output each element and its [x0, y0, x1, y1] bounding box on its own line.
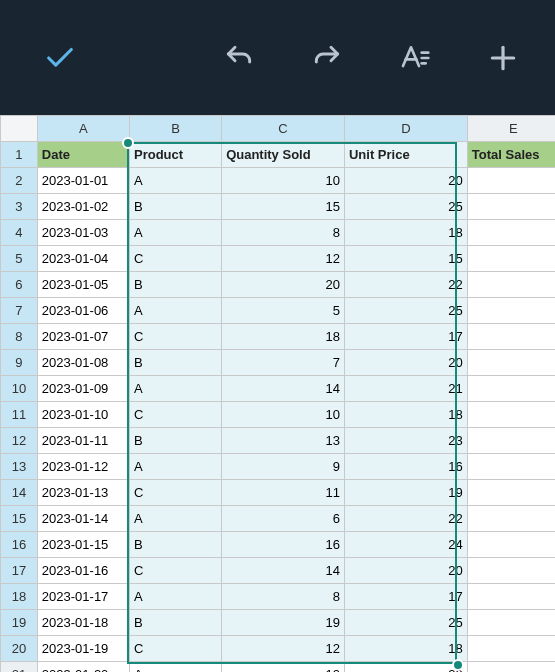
cell[interactable]: 2023-01-04 — [37, 246, 129, 272]
cell[interactable]: 2023-01-02 — [37, 194, 129, 220]
cell[interactable]: 25 — [344, 194, 467, 220]
cell[interactable] — [467, 558, 555, 584]
cell[interactable]: 2023-01-12 — [37, 454, 129, 480]
col-header-D[interactable]: D — [344, 116, 467, 142]
cell[interactable]: 20 — [344, 558, 467, 584]
cell[interactable]: 20 — [222, 272, 345, 298]
cell[interactable]: C — [129, 402, 221, 428]
cell[interactable]: 22 — [344, 506, 467, 532]
row-header[interactable]: 14 — [1, 480, 38, 506]
cell[interactable]: A — [129, 220, 221, 246]
row-header[interactable]: 17 — [1, 558, 38, 584]
cell[interactable]: A — [129, 298, 221, 324]
cell[interactable]: 24 — [344, 532, 467, 558]
cell[interactable]: A — [129, 454, 221, 480]
cell[interactable] — [467, 350, 555, 376]
col-header-B[interactable]: B — [129, 116, 221, 142]
cell[interactable]: 16 — [344, 454, 467, 480]
cell[interactable]: Total Sales — [467, 142, 555, 168]
cell[interactable]: A — [129, 168, 221, 194]
cell[interactable]: A — [129, 376, 221, 402]
row-header[interactable]: 16 — [1, 532, 38, 558]
cell[interactable]: 19 — [222, 610, 345, 636]
cell[interactable]: 18 — [344, 220, 467, 246]
cell[interactable]: 2023-01-18 — [37, 610, 129, 636]
cell[interactable]: 10 — [222, 662, 345, 673]
cell[interactable]: B — [129, 532, 221, 558]
cell[interactable]: 14 — [222, 558, 345, 584]
cell[interactable] — [467, 480, 555, 506]
cell[interactable]: 2023-01-11 — [37, 428, 129, 454]
cell[interactable]: 7 — [222, 350, 345, 376]
cell[interactable]: 2023-01-17 — [37, 584, 129, 610]
cell[interactable]: 2023-01-15 — [37, 532, 129, 558]
add-button[interactable] — [483, 38, 523, 78]
cell[interactable]: 25 — [344, 610, 467, 636]
cell[interactable]: 15 — [222, 194, 345, 220]
cell[interactable]: 12 — [222, 246, 345, 272]
cell[interactable]: A — [129, 662, 221, 673]
cell[interactable]: 2023-01-10 — [37, 402, 129, 428]
cell[interactable]: 12 — [222, 636, 345, 662]
cell[interactable]: 8 — [222, 584, 345, 610]
cell[interactable]: 2023-01-01 — [37, 168, 129, 194]
cell[interactable]: C — [129, 558, 221, 584]
cell[interactable]: 8 — [222, 220, 345, 246]
row-header[interactable]: 10 — [1, 376, 38, 402]
cell[interactable]: 6 — [222, 506, 345, 532]
cell[interactable]: C — [129, 480, 221, 506]
cell[interactable]: Unit Price — [344, 142, 467, 168]
cell[interactable]: B — [129, 350, 221, 376]
cell[interactable]: 23 — [344, 428, 467, 454]
undo-button[interactable] — [219, 38, 259, 78]
cell[interactable]: 2023-01-20 — [37, 662, 129, 673]
row-header[interactable]: 18 — [1, 584, 38, 610]
cell[interactable]: 15 — [344, 246, 467, 272]
cell[interactable]: B — [129, 428, 221, 454]
cell[interactable] — [467, 610, 555, 636]
row-header[interactable]: 15 — [1, 506, 38, 532]
cell[interactable]: 20 — [344, 662, 467, 673]
col-header-C[interactable]: C — [222, 116, 345, 142]
cell[interactable] — [467, 298, 555, 324]
confirm-button[interactable] — [40, 38, 80, 78]
cell[interactable]: B — [129, 194, 221, 220]
cell[interactable]: 20 — [344, 168, 467, 194]
cell[interactable] — [467, 194, 555, 220]
cell[interactable]: C — [129, 324, 221, 350]
row-header[interactable]: 13 — [1, 454, 38, 480]
cell[interactable]: 9 — [222, 454, 345, 480]
cell[interactable] — [467, 506, 555, 532]
cell[interactable] — [467, 376, 555, 402]
cell[interactable]: 22 — [344, 272, 467, 298]
cell[interactable]: 2023-01-03 — [37, 220, 129, 246]
cell[interactable]: C — [129, 636, 221, 662]
cell[interactable]: 2023-01-09 — [37, 376, 129, 402]
cell[interactable]: B — [129, 610, 221, 636]
cell[interactable]: Product — [129, 142, 221, 168]
cell[interactable]: B — [129, 272, 221, 298]
col-header-A[interactable]: A — [37, 116, 129, 142]
cell[interactable]: 2023-01-14 — [37, 506, 129, 532]
row-header[interactable]: 7 — [1, 298, 38, 324]
cell[interactable]: 13 — [222, 428, 345, 454]
cell[interactable]: C — [129, 246, 221, 272]
select-all-corner[interactable] — [1, 116, 38, 142]
cell[interactable]: 18 — [222, 324, 345, 350]
cell[interactable]: A — [129, 506, 221, 532]
cell[interactable]: 11 — [222, 480, 345, 506]
row-header[interactable]: 3 — [1, 194, 38, 220]
cell[interactable]: 2023-01-19 — [37, 636, 129, 662]
cell[interactable]: 2023-01-06 — [37, 298, 129, 324]
cell[interactable]: 21 — [344, 376, 467, 402]
row-header[interactable]: 8 — [1, 324, 38, 350]
cell[interactable] — [467, 454, 555, 480]
row-header[interactable]: 11 — [1, 402, 38, 428]
row-header[interactable]: 9 — [1, 350, 38, 376]
cell[interactable]: 10 — [222, 402, 345, 428]
row-header[interactable]: 1 — [1, 142, 38, 168]
cell[interactable] — [467, 402, 555, 428]
cell[interactable]: 2023-01-16 — [37, 558, 129, 584]
cell[interactable] — [467, 220, 555, 246]
cell[interactable] — [467, 168, 555, 194]
